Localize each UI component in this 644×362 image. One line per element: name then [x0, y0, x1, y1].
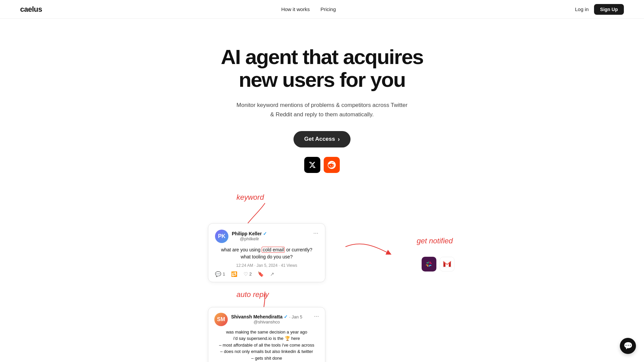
reply-icon: 💬 — [215, 271, 221, 277]
get-notified-arrow — [335, 237, 396, 263]
avatar-1: PK — [215, 230, 228, 243]
get-notified-annotation: get notified — [417, 237, 453, 245]
signup-button[interactable]: Sign Up — [594, 4, 624, 15]
reply-action[interactable]: 💬 1 — [215, 271, 225, 277]
tweet-card-1: PK Philipp Keller ✓ @philkellr ··· what … — [208, 223, 325, 282]
slack-icon — [422, 257, 436, 272]
tweet-author-1: PK Philipp Keller ✓ @philkellr — [215, 230, 267, 243]
share-icon: ↗ — [270, 271, 274, 277]
reply-author-name: Shivansh Mehendiratta ✓ · Jan 5 — [231, 314, 302, 319]
bookmark-icon: 🔖 — [258, 271, 264, 277]
reply-handle: @shivanshco — [231, 319, 302, 324]
reply-date: · Jan 5 — [289, 314, 302, 319]
hero-section: AI agent that acquires new users for you… — [0, 19, 644, 362]
tweet-body-1: what are you using cold email or current… — [215, 246, 318, 260]
nav-pricing[interactable]: Pricing — [320, 6, 336, 12]
gmail-icon — [440, 257, 454, 272]
verified-icon-2: ✓ — [284, 314, 288, 319]
nav-links: How it works Pricing — [281, 6, 336, 12]
bookmark-action[interactable]: 🔖 — [258, 271, 264, 277]
login-link[interactable]: Log in — [575, 6, 589, 12]
reply-menu[interactable]: ··· — [314, 313, 319, 320]
author-name-1: Philipp Keller ✓ — [232, 231, 267, 236]
twitter-icon — [304, 157, 320, 173]
demo-wrapper: keyword PK Philipp Keller — [171, 193, 473, 341]
tweet-menu-1[interactable]: ··· — [313, 230, 318, 237]
hero-title: AI agent that acquires new users for you — [205, 46, 439, 91]
reply-bullets: most affordable of all the tools i've co… — [214, 342, 319, 362]
avatar-2: SM — [214, 313, 228, 326]
social-icons-row — [304, 157, 340, 173]
demo-section: keyword PK Philipp Keller — [7, 193, 637, 354]
reddit-icon — [324, 157, 340, 173]
get-access-button[interactable]: Get Access › — [293, 131, 351, 147]
keyword-annotation: keyword — [236, 193, 264, 202]
nav-how-it-works[interactable]: How it works — [281, 6, 310, 12]
notification-icons — [422, 257, 454, 272]
hero-subtitle: Monitor keyword mentions of problems & c… — [235, 101, 409, 119]
navbar: caelus How it works Pricing Log in Sign … — [0, 0, 644, 19]
share-action[interactable]: ↗ — [270, 271, 274, 277]
tweet-meta-1: 12:24 AM · Jan 5, 2024 · 41 Views — [215, 263, 318, 268]
like-icon: ♡ — [244, 271, 248, 277]
nav-actions: Log in Sign Up — [575, 4, 624, 15]
reply-author: SM Shivansh Mehendiratta ✓ · Jan 5 @shiv… — [214, 313, 302, 326]
tweet-actions-1: 💬 1 🔁 ♡ 2 🔖 ↗ — [215, 271, 318, 277]
chat-widget[interactable]: 💬 — [620, 338, 636, 354]
tweet-header-1: PK Philipp Keller ✓ @philkellr ··· — [215, 230, 318, 243]
reply-card: SM Shivansh Mehendiratta ✓ · Jan 5 @shiv… — [208, 307, 325, 362]
like-action[interactable]: ♡ 2 — [244, 271, 252, 277]
cta-arrow-icon: › — [338, 136, 340, 143]
reply-body: was making the same decision a year ago … — [214, 329, 319, 362]
verified-icon-1: ✓ — [263, 231, 267, 236]
auto-reply-annotation: auto reply — [236, 290, 269, 299]
svg-rect-0 — [425, 260, 433, 268]
reply-header: SM Shivansh Mehendiratta ✓ · Jan 5 @shiv… — [214, 313, 319, 326]
chat-widget-icon: 💬 — [624, 342, 633, 350]
logo[interactable]: caelus — [20, 5, 42, 14]
keyword-highlight: cold email — [262, 247, 285, 253]
author-handle-1: @philkellr — [232, 236, 267, 241]
retweet-action[interactable]: 🔁 — [231, 271, 237, 277]
retweet-icon: 🔁 — [231, 271, 237, 277]
